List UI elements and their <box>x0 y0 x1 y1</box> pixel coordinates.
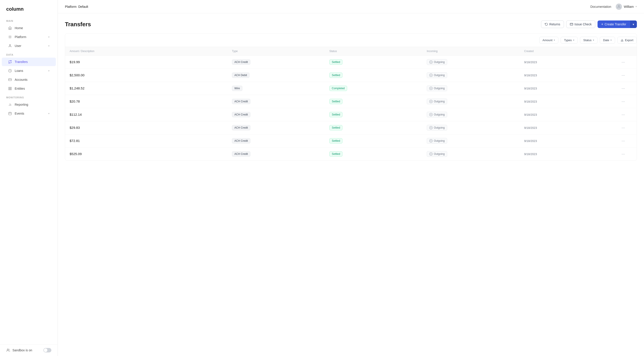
date-value: 9/18/2023 <box>524 152 537 156</box>
user-chevron: ▾ <box>48 45 50 47</box>
sidebar-item-transfers[interactable]: Transfers <box>2 58 56 66</box>
events-icon <box>8 112 12 116</box>
table-row[interactable]: $112.14 ACH Credit Settled Outgoing 9/18… <box>65 108 637 121</box>
export-button[interactable]: Export <box>617 37 637 44</box>
status-filter-label: Status <box>583 39 592 42</box>
returns-label: Returns <box>549 23 560 26</box>
sidebar-item-platform[interactable]: Platform ▾ <box>2 33 56 41</box>
cell-status: Settled <box>329 99 427 104</box>
cell-amount: $2,500.00 <box>70 73 232 77</box>
platform-chevron: ▾ <box>48 36 50 39</box>
row-more-button[interactable]: ··· <box>622 60 625 64</box>
cell-created: 9/18/2023 <box>524 60 622 64</box>
loans-icon <box>8 69 12 73</box>
svg-point-17 <box>618 5 619 7</box>
status-badge: Settled <box>329 151 342 157</box>
sidebar-item-reporting-label: Reporting <box>15 103 50 106</box>
sidebar-section-monitoring: MONITORING <box>0 93 58 100</box>
svg-rect-18 <box>570 23 573 25</box>
create-transfer-dropdown-button[interactable]: ▾ <box>630 21 637 28</box>
sidebar-item-loans[interactable]: Loans ▾ <box>2 67 56 75</box>
row-more-button[interactable]: ··· <box>622 139 625 143</box>
type-badge: ACH Credit <box>232 151 250 157</box>
issue-check-button[interactable]: Issue Check <box>566 21 595 28</box>
svg-rect-3 <box>8 79 11 81</box>
status-badge: Settled <box>329 125 342 130</box>
cell-amount: $72.81 <box>70 139 232 143</box>
amount-value: $112.14 <box>70 113 82 116</box>
incoming-badge: Outgoing <box>427 86 447 91</box>
col-header-incoming: Incoming <box>427 50 524 53</box>
types-filter-button[interactable]: Types ▾ <box>560 37 578 44</box>
table-header: Amount / Description Type Status Incomin… <box>65 47 637 56</box>
amount-value: $19.99 <box>70 60 80 64</box>
accounts-icon <box>8 78 12 82</box>
status-filter-chevron: ▾ <box>593 39 594 42</box>
cell-more: ··· <box>622 126 632 130</box>
date-filter-label: Date <box>603 39 609 42</box>
col-header-status: Status <box>329 50 427 53</box>
amount-value: $29.83 <box>70 126 80 130</box>
user-name: William <box>624 5 634 9</box>
cell-amount: $525.09 <box>70 152 232 156</box>
sandbox-label: Sandbox is on <box>12 348 32 352</box>
sidebar-item-user[interactable]: User ▾ <box>2 42 56 50</box>
sidebar-item-platform-label: Platform <box>15 35 46 39</box>
row-more-button[interactable]: ··· <box>622 99 625 104</box>
date-value: 9/18/2023 <box>524 126 537 130</box>
cell-status: Settled <box>329 73 427 78</box>
sidebar-item-home-label: Home <box>15 26 50 30</box>
row-more-button[interactable]: ··· <box>622 126 625 130</box>
cell-amount: $20.78 <box>70 100 232 104</box>
sidebar-item-entities[interactable]: Entities <box>2 84 56 93</box>
outgoing-circle-icon <box>429 100 433 103</box>
date-value: 9/18/2023 <box>524 100 537 103</box>
outgoing-circle-icon <box>429 113 433 116</box>
date-value: 9/18/2023 <box>524 74 537 77</box>
cell-incoming: Outgoing <box>427 86 524 91</box>
sidebar-item-accounts[interactable]: Accounts <box>2 75 56 84</box>
table-row[interactable]: $72.81 ACH Credit Settled Outgoing 9/18/… <box>65 134 637 148</box>
user-menu[interactable]: William ▾ <box>616 4 637 10</box>
row-more-button[interactable]: ··· <box>622 86 625 91</box>
amount-filter-button[interactable]: Amount ▾ <box>539 37 558 44</box>
cell-created: 9/18/2023 <box>524 86 622 90</box>
sidebar-item-events[interactable]: Events ▾ <box>2 109 56 118</box>
sidebar-section-data: DATA <box>0 50 58 57</box>
row-more-button[interactable]: ··· <box>622 73 625 78</box>
type-badge: ACH Debit <box>232 73 250 78</box>
cell-more: ··· <box>622 99 632 104</box>
events-chevron: ▾ <box>48 112 50 115</box>
row-more-button[interactable]: ··· <box>622 152 625 156</box>
table-row[interactable]: $19.99 ACH Credit Settled Outgoing 9/18/… <box>65 56 637 69</box>
outgoing-circle-icon <box>429 87 433 90</box>
cell-type: ACH Credit <box>232 151 329 157</box>
date-filter-button[interactable]: Date ▾ <box>600 37 615 44</box>
cell-status: Completed <box>329 86 427 91</box>
returns-button[interactable]: Returns <box>541 21 564 28</box>
cell-incoming: Outgoing <box>427 99 524 104</box>
table-row[interactable]: $525.09 ACH Credit Settled Outgoing 9/18… <box>65 148 637 160</box>
cell-created: 9/18/2023 <box>524 126 622 130</box>
transfers-icon <box>8 60 12 64</box>
table-row[interactable]: $29.83 ACH Credit Settled Outgoing 9/18/… <box>65 121 637 134</box>
table-row[interactable]: $20.78 ACH Credit Settled Outgoing 9/18/… <box>65 95 637 108</box>
amount-value: $2,500.00 <box>70 73 84 77</box>
sidebar-item-reporting[interactable]: Reporting <box>2 100 56 109</box>
cell-amount: $29.83 <box>70 126 232 130</box>
cell-status: Settled <box>329 112 427 117</box>
outgoing-circle-icon <box>429 152 433 156</box>
documentation-link[interactable]: Documentation <box>590 5 611 9</box>
table-row[interactable]: $2,500.00 ACH Debit Settled Outgoing 9/1… <box>65 69 637 82</box>
row-more-button[interactable]: ··· <box>622 112 625 117</box>
table-row[interactable]: $1,248.52 Wire Completed Outgoing 9/18/2… <box>65 82 637 95</box>
status-badge: Settled <box>329 138 342 144</box>
create-transfer-button[interactable]: + Create Transfer <box>598 21 630 28</box>
create-transfer-label: Create Transfer <box>605 23 626 26</box>
status-filter-button[interactable]: Status ▾ <box>580 37 598 44</box>
svg-point-16 <box>7 349 8 350</box>
amount-filter-label: Amount <box>542 39 552 42</box>
sandbox-toggle[interactable] <box>43 348 51 352</box>
amount-value: $1,248.52 <box>70 86 84 90</box>
sidebar-item-home[interactable]: Home <box>2 24 56 32</box>
